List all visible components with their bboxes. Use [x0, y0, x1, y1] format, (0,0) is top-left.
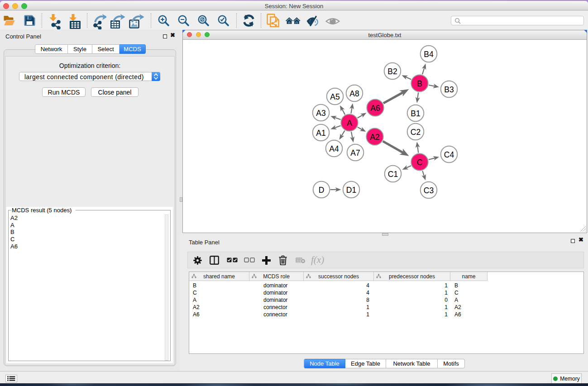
svg-text:B4: B4 — [424, 50, 434, 59]
svg-text:A1: A1 — [316, 129, 325, 138]
svg-text:B2: B2 — [387, 67, 397, 76]
svg-text:D: D — [319, 186, 325, 195]
svg-text:B3: B3 — [444, 85, 454, 94]
svg-text:A2: A2 — [370, 133, 379, 142]
svg-text:A4: A4 — [329, 144, 339, 153]
svg-text:B1: B1 — [411, 109, 420, 118]
svg-text:B: B — [417, 79, 422, 88]
svg-text:A7: A7 — [350, 148, 360, 157]
svg-text:A6: A6 — [370, 104, 380, 113]
svg-text:A8: A8 — [349, 89, 359, 98]
svg-text:A5: A5 — [330, 92, 339, 101]
svg-text:A3: A3 — [316, 109, 325, 118]
svg-text:C: C — [417, 158, 423, 167]
svg-text:A: A — [347, 119, 352, 128]
svg-text:D1: D1 — [346, 186, 356, 195]
svg-text:C2: C2 — [411, 128, 421, 137]
svg-text:C1: C1 — [388, 170, 398, 179]
svg-text:C3: C3 — [424, 186, 434, 195]
svg-text:C4: C4 — [444, 150, 454, 159]
